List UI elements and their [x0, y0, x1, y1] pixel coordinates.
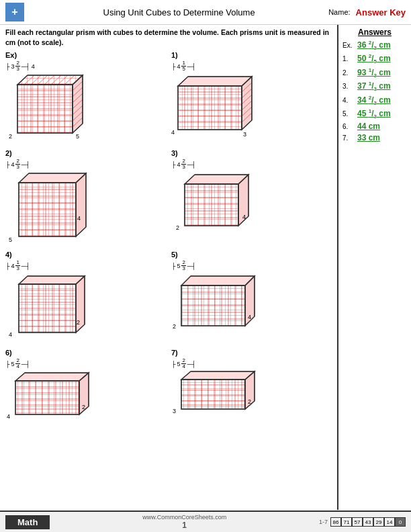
svg-text:2: 2: [173, 323, 176, 330]
problem-4-label: 4): [5, 251, 166, 259]
answer-6: 6. 44 cm: [342, 122, 407, 131]
problem-5-label: 5): [171, 251, 332, 259]
svg-marker-132: [181, 276, 255, 285]
answer-5: 5. 45 1/3 cm: [342, 108, 407, 120]
svg-text:5: 5: [9, 236, 12, 243]
svg-marker-176: [181, 371, 255, 380]
answer-1-value: 50 2/5 cm: [357, 53, 391, 64]
problem-6-label: 6): [5, 349, 166, 357]
cube-7: 2 3: [171, 370, 269, 425]
svg-marker-68: [76, 173, 86, 236]
problem-1: 1) ├ 4 15 ─┤: [171, 51, 332, 146]
answer-3: 3. 37 1/3 cm: [342, 81, 407, 92]
dim-row-ex: ├ 3 23 ─┤ 4: [5, 60, 166, 72]
answer-1-label: 1.: [342, 55, 357, 62]
footer-url: www.CommonCoreSheets.com 1: [50, 514, 319, 530]
answer-4-value: 34 2/3 cm: [357, 95, 391, 106]
problem-7-label: 7): [171, 349, 332, 357]
answer-2: 2. 93 1/3 cm: [342, 67, 407, 79]
svg-text:2: 2: [9, 133, 12, 140]
problem-5: 5) ├ 5 23 ─┤: [171, 251, 332, 346]
score-14: 14: [384, 517, 395, 527]
page-header: + Using Unit Cubes to Determine Volume N…: [0, 0, 411, 25]
problem-4: 4) ├ 4 13 ─┤: [5, 251, 166, 346]
dim-row-6: ├ 5 24 ─┤: [5, 358, 166, 369]
cube-5: 4 2: [171, 272, 269, 343]
cube-3: 4 2: [171, 171, 269, 238]
problems-grid: Ex) ├ 3 23 ─┤ 4: [5, 51, 332, 427]
answer-6-label: 6.: [342, 123, 357, 130]
main-area: Fill each rectangular prism with cubes t…: [0, 25, 411, 510]
problem-ex-label: Ex): [5, 51, 166, 59]
dim-row-1: ├ 4 15 ─┤: [171, 60, 332, 72]
answer-7: 7. 33 cm: [342, 133, 407, 142]
answers-header: Answers: [342, 28, 407, 37]
problem-3-label: 3): [171, 149, 332, 157]
cube-1: 3 4: [171, 73, 269, 146]
footer-ref: 1-7: [319, 519, 328, 525]
svg-text:3: 3: [243, 131, 246, 138]
problem-6: 6) ├ 5 24 ─┤: [5, 349, 166, 427]
svg-marker-154: [15, 373, 89, 381]
dim-row-5: ├ 5 23 ─┤: [171, 260, 332, 271]
score-29: 29: [373, 517, 384, 527]
answer-2-value: 93 1/3 cm: [357, 67, 391, 79]
answer-4: 4. 34 2/3 cm: [342, 95, 407, 106]
score-43: 43: [363, 517, 373, 527]
dim-row-3: ├ 4 23 ─┤: [171, 159, 332, 170]
svg-text:2: 2: [77, 319, 80, 326]
answer-sidebar: Answers Ex. 36 2/3 cm 1. 50 2/5 cm 2. 93…: [337, 25, 411, 510]
dim-row-2: ├ 4 23 ─┤: [5, 159, 166, 170]
footer: Math www.CommonCoreSheets.com 1 1-7 86 7…: [0, 511, 411, 532]
svg-marker-109: [19, 276, 85, 284]
score-71: 71: [341, 517, 352, 527]
answer-ex-value: 36 2/3 cm: [357, 40, 391, 51]
problem-2-label: 2): [5, 149, 166, 157]
answer-5-value: 45 1/3 cm: [357, 108, 391, 120]
svg-text:4: 4: [9, 331, 12, 338]
score-boxes: 86 71 57 43 29 14 0: [330, 517, 406, 527]
answer-key-label: Answer Key: [356, 7, 406, 17]
answer-4-label: 4.: [342, 97, 357, 104]
svg-text:5: 5: [76, 133, 79, 140]
problem-3: 3) ├ 4 23 ─┤: [171, 149, 332, 248]
cube-4: 2 4: [5, 272, 103, 346]
svg-text:4: 4: [248, 314, 251, 320]
answer-3-label: 3.: [342, 83, 357, 90]
problem-1-label: 1): [171, 51, 332, 59]
svg-text:4: 4: [242, 214, 246, 220]
answer-7-value: 33 cm: [357, 133, 380, 142]
svg-rect-155: [15, 381, 79, 414]
content-area: Fill each rectangular prism with cubes t…: [0, 25, 337, 510]
svg-text:2: 2: [82, 404, 85, 410]
answer-3-value: 37 1/3 cm: [357, 81, 391, 92]
answer-2-label: 2.: [342, 69, 357, 77]
dim-row-7: ├ 5 24 ─┤: [171, 358, 332, 369]
svg-text:2: 2: [248, 398, 251, 405]
answer-7-label: 7.: [342, 134, 357, 142]
answer-5-label: 5.: [342, 110, 357, 118]
footer-url-text: www.CommonCoreSheets.com: [50, 514, 319, 521]
dim-row-4: ├ 4 13 ─┤: [5, 260, 166, 271]
footer-page: 1: [50, 521, 319, 530]
answer-ex-label: Ex.: [342, 42, 357, 49]
svg-text:2: 2: [176, 224, 179, 231]
score-86: 86: [330, 517, 341, 527]
problem-2: 2) ├ 4 23 ─┤: [5, 149, 166, 248]
page-title: Using Unit Cubes to Determine Volume: [30, 7, 328, 17]
svg-marker-37: [178, 77, 252, 86]
svg-marker-66: [19, 173, 86, 183]
svg-marker-89: [185, 175, 248, 184]
svg-rect-177: [181, 380, 245, 409]
problem-7: 7) ├ 5 24 ─┤: [171, 349, 332, 427]
answer-ex: Ex. 36 2/3 cm: [342, 40, 407, 51]
answer-1: 1. 50 2/5 cm: [342, 53, 407, 64]
footer-right: 1-7 86 71 57 43 29 14 0: [319, 517, 406, 527]
cube-6: 2 4: [5, 370, 103, 427]
cube-2: 4 5: [5, 171, 103, 248]
cube-ex: 2 5: [5, 73, 103, 146]
name-label: Name:: [328, 8, 350, 16]
problem-ex: Ex) ├ 3 23 ─┤ 4: [5, 51, 166, 146]
svg-text:4: 4: [77, 215, 81, 222]
logo-icon: +: [5, 3, 24, 21]
